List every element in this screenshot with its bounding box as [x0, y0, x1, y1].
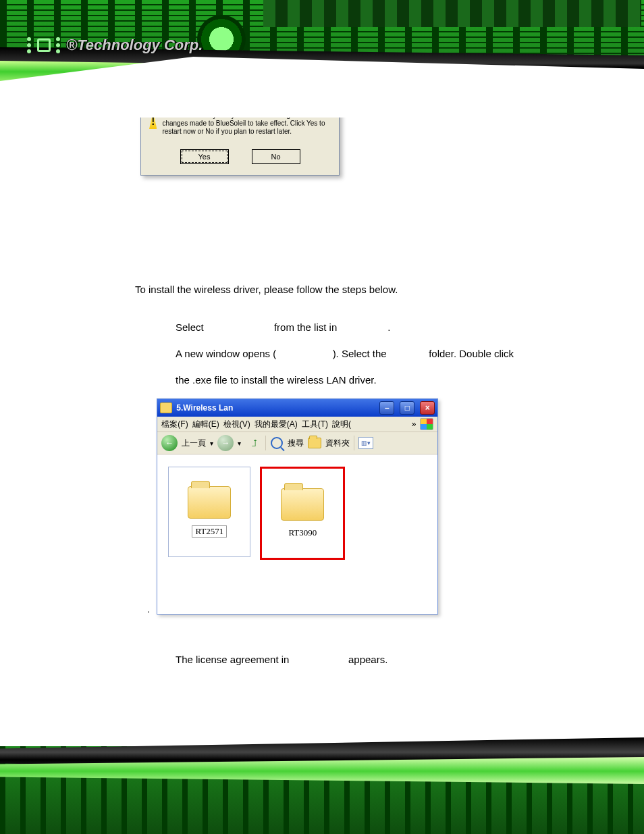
step-1: Select from the list in . [176, 314, 603, 340]
brand-logo: ®Technology Corp. [27, 30, 203, 60]
menu-tools[interactable]: 工具(T) [302, 419, 328, 430]
maximize-button[interactable]: □ [400, 401, 414, 415]
explorer-menubar: 檔案(F) 編輯(E) 檢視(V) 我的最愛(A) 工具(T) 說明( » [157, 417, 437, 432]
fwd-dropdown[interactable]: ▾ [238, 440, 241, 447]
explorer-titlebar: 5.Wireless Lan – □ × [157, 399, 437, 417]
step-2: A new window opens ( ). Select the folde… [176, 340, 603, 367]
folder-icon [160, 402, 172, 413]
leading-dot: . [147, 603, 150, 615]
menu-help[interactable]: 說明( [332, 419, 351, 430]
back-label: 上一頁 [182, 438, 206, 449]
back-button[interactable]: ← [161, 435, 178, 451]
windows-flag-icon [420, 418, 433, 430]
explorer-client-area: RT2571 RT3090 [157, 454, 437, 614]
intro-text: To install the wireless driver, please f… [135, 284, 603, 295]
search-label: 搜尋 [288, 438, 304, 449]
step-2b: the .exe file to install the wireless LA… [176, 367, 603, 393]
minimize-button[interactable]: – [379, 401, 394, 415]
folder-item[interactable]: RT2571 [168, 467, 250, 557]
folders-icon[interactable] [308, 436, 321, 450]
folder-icon [281, 488, 324, 521]
folder-icon [188, 486, 231, 519]
views-button[interactable]: ▥▾ [358, 437, 373, 449]
search-icon[interactable] [270, 436, 284, 450]
menu-more[interactable]: » [412, 419, 417, 429]
menu-fav[interactable]: 我的最愛(A) [254, 419, 298, 430]
no-button[interactable]: No [252, 149, 300, 164]
folder-label: RT2571 [192, 525, 227, 538]
step-3: The license agreement in appears. [176, 654, 603, 665]
menu-view[interactable]: 檢視(V) [223, 419, 250, 430]
slot-graphic [263, 0, 641, 27]
explorer-toolbar: ← 上一頁 ▾ → ▾ ⮥ 搜尋 資料夾 ▥▾ [157, 432, 437, 454]
folder-label: RT3090 [286, 527, 319, 538]
brand-text: ®Technology Corp. [66, 36, 203, 54]
close-button[interactable]: × [420, 401, 435, 415]
explorer-title: 5.Wireless Lan [176, 403, 233, 413]
folder-item-selected[interactable]: RT3090 [260, 467, 345, 560]
yes-button[interactable]: Yes [180, 149, 229, 164]
back-dropdown[interactable]: ▾ [210, 440, 213, 447]
menu-edit[interactable]: 編輯(E) [192, 419, 219, 430]
up-icon[interactable]: ⮥ [248, 436, 261, 450]
folders-label: 資料夾 [325, 438, 350, 449]
menu-file[interactable]: 檔案(F) [161, 419, 188, 430]
explorer-window: 5.Wireless Lan – □ × 檔案(F) 編輯(E) 檢視(V) 我… [157, 398, 438, 615]
forward-button[interactable]: → [217, 435, 234, 451]
